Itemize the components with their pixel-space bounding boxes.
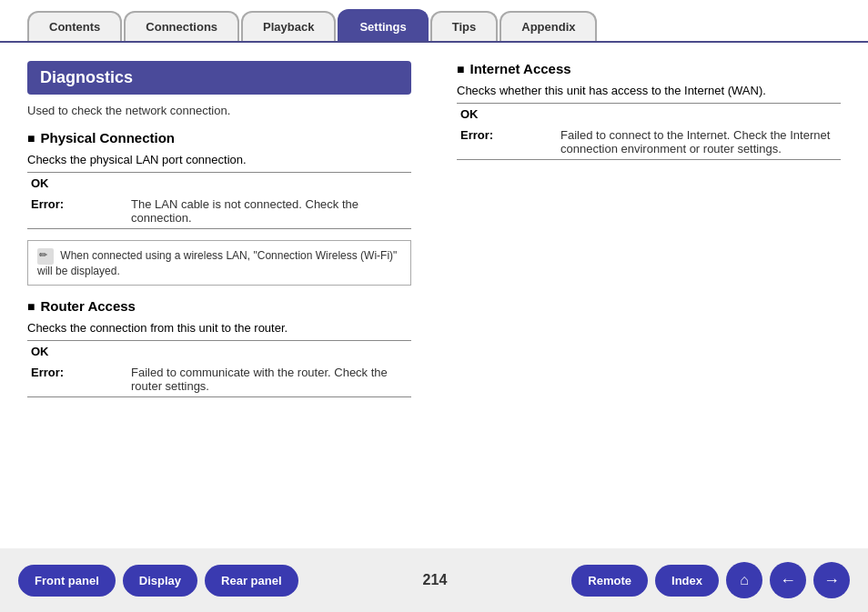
- physical-error-row: Error: The LAN cable is not connected. C…: [27, 194, 411, 229]
- front-panel-button[interactable]: Front panel: [18, 565, 116, 597]
- router-error-text: Failed to communicate with the router. C…: [127, 362, 411, 397]
- internet-ok-label: OK: [457, 104, 557, 125]
- right-column: Internet Access Checks whether this unit…: [439, 61, 841, 406]
- bottom-buttons-left: Front panel Display Rear panel: [18, 565, 298, 597]
- physical-error-text: The LAN cable is not connected. Check th…: [127, 194, 411, 229]
- remote-button[interactable]: Remote: [571, 565, 648, 597]
- internet-error-row: Error: Failed to connect to the Internet…: [457, 125, 841, 160]
- tab-tips[interactable]: Tips: [430, 11, 499, 41]
- router-error-row: Error: Failed to communicate with the ro…: [27, 362, 411, 397]
- pencil-icon: [37, 248, 54, 265]
- router-description: Checks the connection from this unit to …: [27, 321, 411, 335]
- tab-settings[interactable]: Settings: [338, 9, 428, 41]
- left-column: Diagnostics Used to check the network co…: [27, 61, 411, 406]
- internet-error-label: Error:: [457, 125, 557, 160]
- diagnostics-header: Diagnostics: [27, 61, 411, 95]
- router-ok-row: OK: [27, 341, 411, 363]
- router-error-label: Error:: [27, 362, 127, 397]
- physical-ok-label: OK: [27, 173, 127, 195]
- physical-connection-heading: Physical Connection: [27, 130, 411, 145]
- internet-ok-row: OK: [457, 104, 841, 125]
- display-button[interactable]: Display: [123, 565, 197, 597]
- home-button[interactable]: ⌂: [726, 562, 762, 598]
- tabs-bar: Contents Connections Playback Settings T…: [0, 0, 868, 43]
- physical-ok-row: OK: [27, 173, 411, 195]
- back-button[interactable]: ←: [770, 562, 806, 598]
- tab-appendix[interactable]: Appendix: [500, 11, 597, 41]
- internet-error-text: Failed to connect to the Internet. Check…: [557, 125, 841, 160]
- index-button[interactable]: Index: [655, 565, 719, 597]
- router-table: OK Error: Failed to communicate with the…: [27, 340, 411, 397]
- physical-description: Checks the physical LAN port connection.: [27, 153, 411, 166]
- internet-access-heading: Internet Access: [457, 61, 841, 76]
- tab-connections[interactable]: Connections: [124, 11, 239, 41]
- physical-error-label: Error:: [27, 194, 127, 229]
- internet-description: Checks whether this unit has access to t…: [457, 84, 841, 97]
- section-intro: Used to check the network connection.: [27, 104, 411, 117]
- bottom-bar: Front panel Display Rear panel 214 Remot…: [0, 548, 868, 612]
- main-content: Diagnostics Used to check the network co…: [0, 43, 868, 425]
- note-box: When connected using a wireless LAN, "Co…: [27, 240, 411, 286]
- router-access-heading: Router Access: [27, 298, 411, 314]
- router-ok-label: OK: [27, 341, 127, 363]
- forward-button[interactable]: →: [813, 562, 850, 598]
- bottom-buttons-right: Remote Index ⌂ ← →: [571, 562, 850, 598]
- page-number: 214: [423, 572, 448, 588]
- tab-contents[interactable]: Contents: [27, 11, 122, 41]
- physical-table: OK Error: The LAN cable is not connected…: [27, 172, 411, 229]
- internet-table: OK Error: Failed to connect to the Inter…: [457, 103, 841, 160]
- rear-panel-button[interactable]: Rear panel: [205, 565, 298, 597]
- note-text: When connected using a wireless LAN, "Co…: [37, 249, 397, 277]
- tab-playback[interactable]: Playback: [241, 11, 336, 41]
